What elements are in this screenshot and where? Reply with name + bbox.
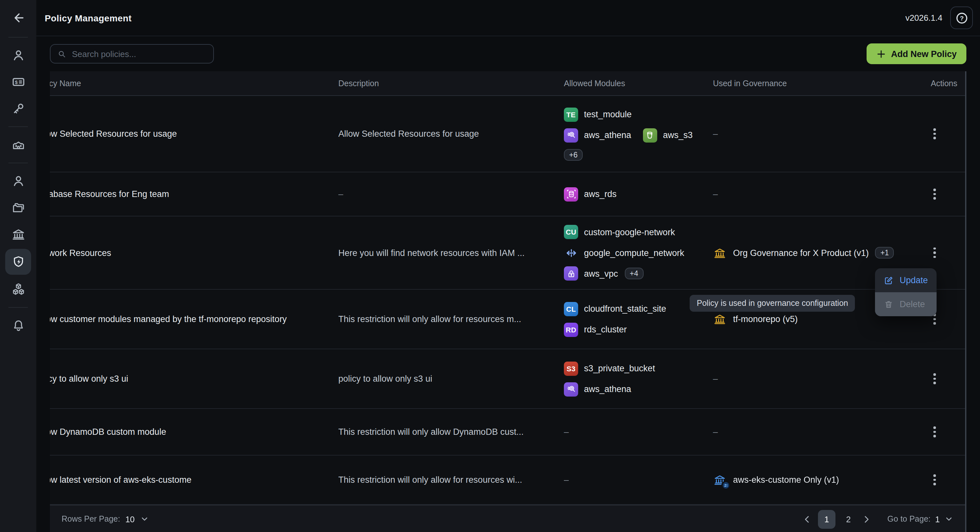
governance-empty: – [713, 427, 901, 437]
network-icon [564, 246, 578, 260]
bank-icon [11, 227, 25, 242]
chevron-down-icon[interactable] [140, 515, 149, 524]
policy-name: twork Resources [50, 248, 111, 257]
row-context-menu: Update Delete [875, 268, 937, 316]
row-actions-kebab[interactable] [929, 424, 940, 440]
governance-label: aws-eks-custome Only (v1) [733, 475, 839, 485]
module-label: aws_athena [584, 130, 631, 140]
policy-name: tabase Resources for Eng team [50, 189, 169, 199]
row-actions-kebab[interactable] [929, 186, 940, 202]
module-label: rds_cluster [584, 325, 627, 334]
bell-icon [11, 318, 25, 333]
module-label: aws_vpc [584, 268, 618, 278]
governance-label: tf-monorepo (v5) [733, 314, 798, 324]
back-arrow-icon [11, 11, 25, 25]
sidebar-item-modules[interactable] [5, 276, 31, 303]
pagination: 1 2 Go to Page: 1 [802, 510, 953, 529]
search-input[interactable] [72, 49, 207, 59]
col-policy-name: icy Name [50, 79, 81, 88]
rows-per-page-value[interactable]: 10 [126, 514, 135, 524]
sidebar-item-projects[interactable] [5, 194, 31, 221]
module-badge-s3: S3 [564, 361, 578, 375]
table-row: twork Resources Here you will find netwo… [50, 216, 965, 290]
cubes-icon [11, 282, 25, 297]
go-to-page-value[interactable]: 1 [935, 514, 940, 524]
sidebar-item-governance[interactable] [5, 221, 31, 248]
governance-empty: – [713, 374, 901, 384]
bucket-icon [643, 128, 657, 142]
governance-empty: – [713, 129, 901, 139]
prev-page-button[interactable] [802, 514, 812, 524]
school-icon [11, 137, 25, 152]
policy-description: – [338, 189, 564, 199]
menu-item-update[interactable]: Update [875, 268, 937, 292]
athena-icon [564, 382, 578, 396]
module-label: google_compute_network [584, 248, 684, 257]
app-version: v2026.1.4 [905, 13, 942, 23]
policy-description: This restriction will only allow for res… [338, 314, 564, 324]
back-button[interactable] [5, 5, 31, 31]
next-page-button[interactable] [861, 514, 871, 524]
chevron-right-icon [861, 514, 871, 524]
help-icon [955, 11, 969, 25]
users-badge-icon [721, 481, 730, 490]
row-actions-kebab[interactable] [929, 245, 940, 260]
modules-empty: – [564, 475, 713, 485]
module-badge-te: TE [564, 107, 578, 122]
more-modules-pill[interactable]: +6 [564, 149, 583, 160]
shield-bolt-icon [11, 254, 25, 269]
delete-disabled-tooltip: Policy is used in governance configurati… [690, 295, 855, 312]
top-bar: Policy Management v2026.1.4 [36, 0, 980, 36]
key-icon [11, 101, 25, 116]
table-row: ow latest version of aws-eks-custome Thi… [50, 456, 965, 505]
table-header: icy Name Description Allowed Modules Use… [50, 71, 965, 96]
page-title: Policy Management [45, 13, 132, 23]
policy-description: This restriction will only allow for res… [338, 475, 564, 485]
user-icon [11, 48, 25, 63]
modules-empty: – [564, 427, 713, 437]
sidebar-item-organization[interactable] [5, 132, 31, 158]
add-new-policy-button[interactable]: Add New Policy [866, 43, 966, 64]
bank-icon [713, 312, 727, 326]
module-badge-cu: CU [564, 225, 578, 239]
sidebar-item-keys[interactable] [5, 95, 31, 122]
billing-card-icon [11, 75, 25, 89]
help-button[interactable] [950, 6, 973, 29]
sidebar-item-policies[interactable] [5, 249, 31, 275]
bank-users-icon [713, 473, 727, 487]
toolbar: Add New Policy [36, 36, 980, 71]
policy-name: ow latest version of aws-eks-custome [50, 475, 191, 485]
governance-label: Org Governance for X Product (v1) [733, 248, 869, 257]
page-button-2[interactable]: 2 [841, 514, 856, 524]
page-button-1[interactable]: 1 [818, 510, 835, 529]
module-badge-cl: CL [564, 302, 578, 316]
bank-icon [713, 246, 727, 259]
athena-icon [564, 128, 578, 142]
sidebar-item-notifications[interactable] [5, 312, 31, 339]
row-actions-kebab[interactable] [929, 126, 940, 141]
divider [8, 126, 28, 127]
sidebar-item-profile[interactable] [5, 168, 31, 194]
module-label: aws_rds [584, 189, 617, 199]
divider [8, 37, 28, 38]
col-description: Description [338, 79, 564, 88]
sidebar-item-billing[interactable] [5, 69, 31, 95]
row-actions-kebab[interactable] [929, 472, 940, 488]
table-row: tabase Resources for Eng team – aws_rds … [50, 172, 965, 216]
sidebar [0, 0, 36, 532]
table-row: ow DynamoDB custom module This restricti… [50, 409, 965, 456]
edit-icon [883, 275, 894, 286]
table-row: icy to allow only s3 ui policy to allow … [50, 349, 965, 409]
module-label: cloudfront_static_site [584, 304, 666, 314]
policy-name: ow DynamoDB custom module [50, 427, 166, 437]
table-footer: Rows Per Page: 10 1 2 Go to Page: 1 [50, 505, 965, 532]
search-box[interactable] [50, 44, 214, 64]
more-governance-pill[interactable]: +1 [875, 247, 894, 259]
row-actions-kebab[interactable] [929, 371, 940, 386]
module-label: test_module [584, 110, 632, 119]
chevron-down-icon[interactable] [944, 515, 953, 524]
rows-per-page-label: Rows Per Page: [62, 515, 120, 524]
chevron-left-icon [802, 514, 812, 524]
more-modules-pill[interactable]: +4 [625, 268, 643, 279]
sidebar-item-users[interactable] [5, 42, 31, 69]
